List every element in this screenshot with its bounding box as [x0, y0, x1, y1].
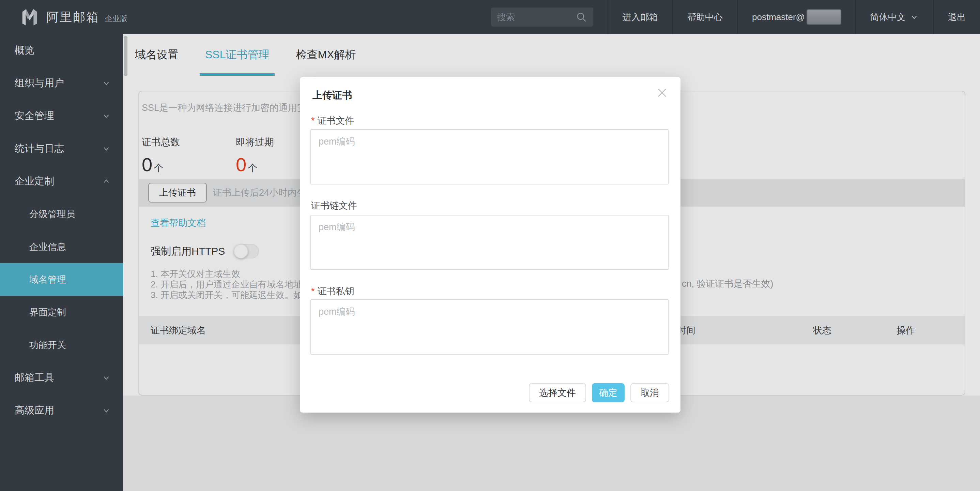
upload-cert-dialog: 上传证书 *证书文件 证书链文件 *证书私钥 选择文件 确定 取消: [300, 77, 681, 413]
cert-file-label: *证书文件: [311, 115, 355, 127]
field-label-text: 证书文件: [318, 116, 355, 126]
close-icon[interactable]: [655, 86, 669, 100]
private-key-textarea[interactable]: [310, 300, 668, 355]
dialog-title: 上传证书: [312, 89, 352, 102]
field-label-text: 证书链文件: [311, 201, 357, 211]
cert-chain-textarea[interactable]: [310, 215, 668, 270]
required-mark: *: [311, 286, 315, 296]
field-label-text: 证书私钥: [318, 286, 355, 296]
cancel-button[interactable]: 取消: [630, 383, 669, 402]
cert-file-textarea[interactable]: [310, 129, 668, 185]
dialog-buttons: 选择文件 确定 取消: [529, 383, 669, 402]
cert-chain-label: 证书链文件: [311, 199, 357, 212]
confirm-button[interactable]: 确定: [592, 383, 625, 402]
choose-file-button[interactable]: 选择文件: [529, 383, 586, 402]
required-mark: *: [311, 116, 315, 126]
private-key-label: *证书私钥: [311, 285, 355, 297]
